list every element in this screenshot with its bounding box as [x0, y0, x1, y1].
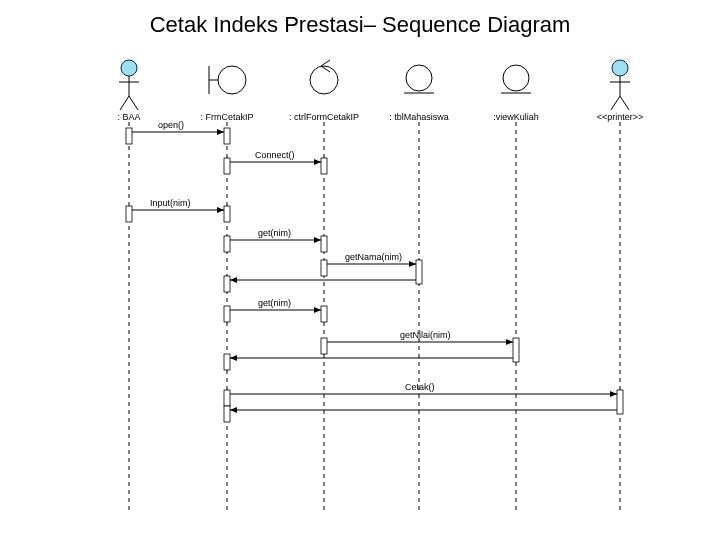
svg-line-4 [120, 96, 129, 110]
lifeline-label-view: :viewKuliah [476, 112, 556, 122]
svg-line-25 [620, 96, 629, 110]
svg-rect-52 [617, 390, 623, 414]
svg-rect-44 [321, 306, 327, 322]
svg-rect-41 [224, 276, 230, 292]
lifeline-label-ctrl: : ctrlFormCetakIP [284, 112, 364, 122]
svg-line-12 [321, 60, 330, 66]
svg-rect-26 [126, 128, 132, 144]
message-label: Input(nim) [150, 198, 191, 208]
svg-point-1 [121, 60, 137, 76]
svg-rect-27 [224, 128, 230, 144]
svg-rect-49 [224, 354, 230, 370]
lifeline-label-frm: : FrmCetakIP [187, 112, 267, 122]
message-label: Connect() [255, 150, 295, 160]
svg-point-7 [218, 66, 246, 94]
svg-rect-36 [321, 236, 327, 252]
svg-rect-39 [416, 260, 422, 284]
svg-line-24 [611, 96, 620, 110]
message-label: getNilai(nim) [400, 330, 451, 340]
sequence-diagram [0, 0, 720, 540]
lifeline-label-tblm: : tblMahasiswa [379, 112, 459, 122]
svg-rect-46 [321, 338, 327, 354]
lifeline-label-baa: : BAA [89, 112, 169, 122]
message-label: getNama(nim) [345, 252, 402, 262]
svg-rect-38 [321, 260, 327, 276]
svg-rect-32 [126, 206, 132, 222]
svg-point-15 [406, 65, 432, 91]
message-label: get(nim) [258, 298, 291, 308]
svg-point-11 [310, 66, 338, 94]
lifeline-label-printer: <<printer>> [580, 112, 660, 122]
svg-rect-29 [224, 158, 230, 174]
message-label: get(nim) [258, 228, 291, 238]
svg-point-18 [503, 65, 529, 91]
svg-rect-35 [224, 236, 230, 252]
svg-rect-47 [513, 338, 519, 362]
svg-line-5 [129, 96, 138, 110]
svg-rect-33 [224, 206, 230, 222]
svg-rect-54 [224, 406, 230, 422]
svg-rect-43 [224, 306, 230, 322]
svg-rect-51 [224, 390, 230, 406]
message-label: Cetak() [405, 382, 435, 392]
message-label: open() [158, 120, 184, 130]
svg-rect-30 [321, 158, 327, 174]
svg-point-21 [612, 60, 628, 76]
